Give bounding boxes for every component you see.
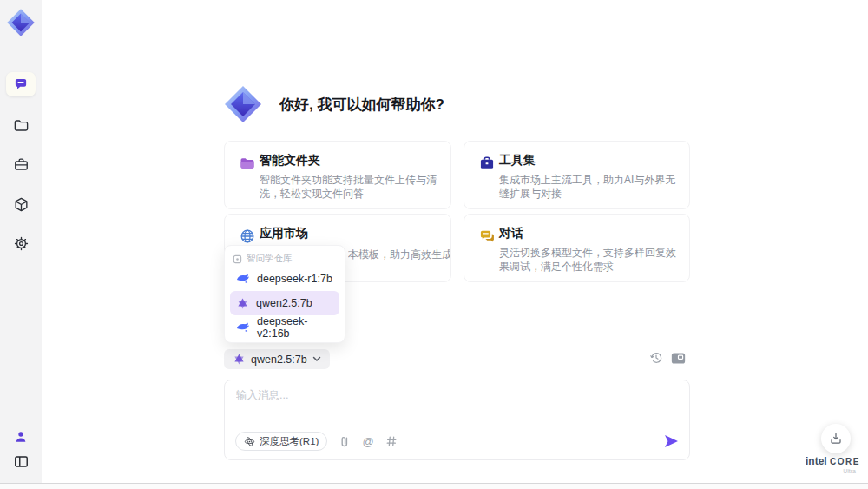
sidebar-item-models[interactable] xyxy=(6,192,36,216)
sidebar-item-panel-toggle[interactable] xyxy=(6,449,36,473)
panel-toggle-icon xyxy=(13,453,30,470)
folder-icon xyxy=(13,117,30,134)
card-title: 对话 xyxy=(499,226,523,241)
attachment-icon[interactable] xyxy=(339,435,351,448)
greeting-logo-icon xyxy=(222,83,264,125)
download-button[interactable] xyxy=(821,424,851,453)
card-smart-folder[interactable]: 智能文件夹 智能文件夹功能支持批量文件上传与清洗，轻松实现文件问答 xyxy=(224,141,451,209)
repo-icon xyxy=(233,254,242,264)
user-icon xyxy=(13,429,29,445)
download-icon xyxy=(829,432,843,446)
model-dropdown: 智问学仓库 deepseek-r1:7b qwen2.5:7b deepseek… xyxy=(224,245,345,343)
model-option-deepseek-r1[interactable]: deepseek-r1:7b xyxy=(230,267,339,291)
sidebar-item-chat[interactable] xyxy=(6,72,36,96)
toolbox-icon xyxy=(13,156,30,173)
history-icon[interactable] xyxy=(649,351,663,365)
model-selector-label: qwen2.5:7b xyxy=(251,354,307,366)
greeting-title: 你好, 我可以如何帮助你? xyxy=(279,95,444,115)
card-title: 工具集 xyxy=(499,153,536,169)
sidebar-item-files[interactable] xyxy=(6,113,36,137)
globe-icon xyxy=(239,228,256,245)
settings-icon xyxy=(13,235,30,252)
purple-folder-icon xyxy=(239,155,256,172)
deepseek-whale-icon xyxy=(236,274,250,284)
model-option-qwen[interactable]: qwen2.5:7b xyxy=(230,291,339,315)
deep-think-toggle[interactable]: 深度思考(R1) xyxy=(235,432,327,451)
card-title: 智能文件夹 xyxy=(260,153,320,169)
chat-icon xyxy=(13,76,29,92)
model-option-label: qwen2.5:7b xyxy=(256,297,312,309)
dropdown-repo-row: 智问学仓库 xyxy=(230,251,339,267)
model-option-label: deepseek-v2:16b xyxy=(257,315,333,340)
app-logo-icon xyxy=(5,7,36,38)
chat-actions xyxy=(649,351,686,365)
composer: 深度思考(R1) @ xyxy=(224,380,690,460)
model-option-label: deepseek-r1:7b xyxy=(257,273,332,285)
qwen-icon xyxy=(236,297,249,310)
sidebar xyxy=(0,0,42,483)
intel-tier: Ultra xyxy=(806,468,859,474)
grid-icon[interactable] xyxy=(385,435,398,447)
chevron-down-icon xyxy=(312,356,321,362)
card-title: 应用市场 xyxy=(260,226,308,241)
card-dialogue[interactable]: 对话 灵活切换多模型文件，支持多样回复效果调试，满足个性化需求 xyxy=(464,214,690,282)
intel-core: CORE xyxy=(830,457,860,466)
composer-toolbar: 深度思考(R1) @ xyxy=(235,431,679,452)
model-option-deepseek-v2[interactable]: deepseek-v2:16b xyxy=(230,315,339,340)
card-desc: 智能文件夹功能支持批量文件上传与清洗，轻松实现文件问答 xyxy=(260,173,440,201)
window-bottom-strip xyxy=(0,484,868,489)
deepseek-whale-icon xyxy=(236,322,250,333)
sidebar-item-tools[interactable] xyxy=(6,152,36,176)
message-input[interactable] xyxy=(236,388,670,425)
chat-bubbles-icon xyxy=(478,228,496,245)
intel-core-badge: intel CORE Ultra xyxy=(806,455,859,474)
app-window: 你好, 我可以如何帮助你? 智能文件夹 智能文件夹功能支持批量文件上传与清洗，轻… xyxy=(0,0,868,489)
card-desc: 灵活切换多模型文件，支持多样回复效果调试，满足个性化需求 xyxy=(499,246,680,274)
send-icon[interactable] xyxy=(664,434,679,448)
atom-icon xyxy=(244,436,255,447)
card-desc-fragment: 本模板，助力高效生成多 xyxy=(348,248,450,262)
model-selector[interactable]: qwen2.5:7b xyxy=(224,349,330,369)
cube-icon xyxy=(13,196,30,213)
card-toolset[interactable]: 工具集 集成市场上主流工具，助力AI与外界无缝扩展与对接 xyxy=(464,141,690,209)
new-window-icon[interactable] xyxy=(671,352,686,365)
qwen-icon xyxy=(233,353,246,366)
briefcase-icon xyxy=(478,155,496,172)
deep-think-label: 深度思考(R1) xyxy=(260,435,319,448)
sidebar-item-account[interactable] xyxy=(6,425,36,449)
at-icon[interactable]: @ xyxy=(362,435,373,448)
intel-brand: intel xyxy=(806,455,827,467)
card-desc: 集成市场上主流工具，助力AI与外界无缝扩展与对接 xyxy=(499,173,680,201)
repo-label: 智问学仓库 xyxy=(247,253,293,265)
sidebar-item-settings[interactable] xyxy=(6,231,36,255)
